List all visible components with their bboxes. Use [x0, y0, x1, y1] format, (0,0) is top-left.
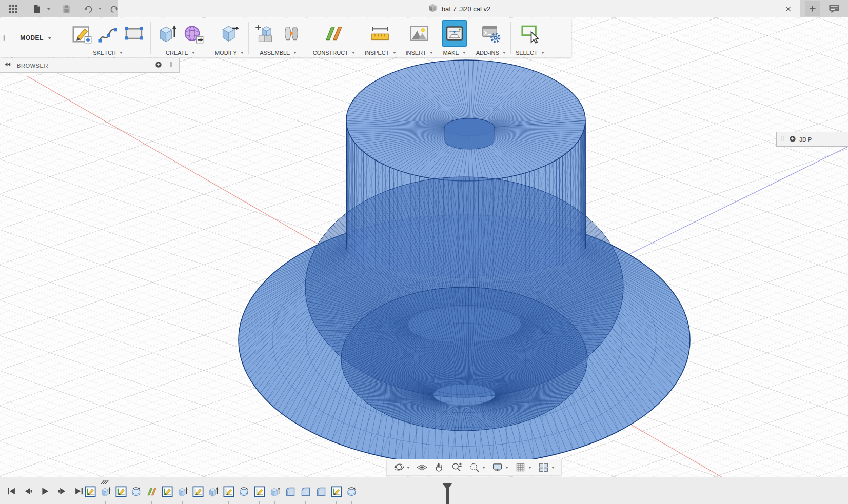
- timeline-feature-sketch[interactable]: [223, 486, 234, 497]
- timeline-feature-revolve[interactable]: [131, 486, 142, 497]
- timeline-tick: [105, 501, 106, 504]
- joint-button[interactable]: [280, 21, 303, 46]
- browser-resize-handle[interactable]: [167, 61, 175, 70]
- browser-panel-header[interactable]: BROWSER: [0, 58, 180, 73]
- timeline-tick: [213, 501, 213, 504]
- undo-caret[interactable]: [98, 8, 102, 10]
- document-cube-icon: [428, 3, 438, 14]
- viewport-canvas[interactable]: MODEL SKETCHCREATEMODIFYASSEMBLECONSTRUC…: [0, 17, 848, 477]
- timeline-feature-fillet[interactable]: [300, 486, 311, 497]
- undo-button[interactable]: [80, 1, 97, 16]
- print-3d-icon: [444, 23, 465, 44]
- timeline-feature-sketch[interactable]: [85, 486, 96, 497]
- timeline-feature-extrude[interactable]: [269, 486, 281, 497]
- timeline-playhead[interactable]: [442, 483, 452, 504]
- document-tab[interactable]: baf 7 .320 cal v2: [118, 0, 800, 17]
- save-button[interactable]: [58, 1, 75, 16]
- grid-display-caret[interactable]: [528, 467, 531, 469]
- step-back-button[interactable]: [22, 485, 34, 497]
- toolbar-group-sketch: SKETCH: [65, 18, 150, 57]
- pan-button[interactable]: [431, 460, 447, 474]
- scripts-and-addins-button[interactable]: [479, 21, 503, 46]
- timeline-feature-revolve[interactable]: [239, 486, 250, 497]
- 3d-print-popup[interactable]: 3D P: [776, 132, 848, 147]
- zoom-window-caret[interactable]: [482, 467, 485, 469]
- timeline-feature-extrude[interactable]: [177, 486, 188, 497]
- toolbar-group-label[interactable]: INSERT: [406, 48, 433, 57]
- toolbar-group-label[interactable]: CREATE: [166, 48, 195, 57]
- print-3d-button[interactable]: [443, 21, 466, 46]
- extrude-button[interactable]: [155, 21, 179, 46]
- grid-display-button[interactable]: [512, 460, 534, 474]
- zoom-button[interactable]: [449, 460, 465, 474]
- toolbar-group-label[interactable]: MAKE: [443, 48, 466, 57]
- orbit-button[interactable]: [391, 460, 412, 474]
- timeline-feature-extrude[interactable]: [208, 486, 219, 497]
- toolbar-group-label[interactable]: SELECT: [516, 48, 544, 57]
- toolbar-group-label[interactable]: SKETCH: [93, 48, 123, 57]
- toolbar-group-label[interactable]: ASSEMBLE: [260, 48, 297, 57]
- new-component-button[interactable]: [253, 21, 277, 46]
- go-to-start-button[interactable]: [5, 485, 17, 497]
- browser-add-icon[interactable]: [155, 61, 162, 70]
- zoom-window-button[interactable]: [466, 460, 488, 474]
- insert-image-button[interactable]: [407, 21, 431, 46]
- collapse-browser-icon[interactable]: [4, 61, 12, 70]
- comments-icon[interactable]: [825, 1, 843, 16]
- spline-button[interactable]: [96, 21, 120, 46]
- look-at-button[interactable]: [414, 460, 430, 474]
- group-label-text: ADD-INS: [476, 50, 499, 56]
- app-grid-button[interactable]: [4, 1, 22, 16]
- toolbar-group-label[interactable]: MODIFY: [215, 48, 244, 57]
- new-document-tab-button[interactable]: [805, 1, 820, 16]
- viewports-button[interactable]: [536, 460, 557, 474]
- workspace-switcher[interactable]: MODEL: [7, 18, 65, 57]
- press-pull-button[interactable]: [218, 21, 241, 46]
- popup-drag-handle[interactable]: [779, 135, 786, 143]
- orbit-caret[interactable]: [407, 467, 410, 469]
- timeline-feature-construction-plane[interactable]: [146, 486, 157, 497]
- rectangle-button[interactable]: [122, 21, 146, 46]
- timeline-feature-fillet[interactable]: [285, 486, 296, 497]
- display-settings-caret[interactable]: [505, 467, 508, 469]
- display-settings-button[interactable]: [489, 460, 511, 474]
- file-new-button[interactable]: [28, 1, 45, 16]
- group-caret: [463, 52, 466, 54]
- go-to-end-icon: [74, 486, 84, 496]
- zoom-window-icon: [469, 462, 480, 473]
- toolbar-drag-handle[interactable]: [0, 18, 7, 57]
- play-button[interactable]: [39, 485, 51, 497]
- timeline-feature-sketch[interactable]: [254, 486, 265, 497]
- playhead-bar: [446, 488, 449, 504]
- group-caret: [293, 52, 297, 54]
- tab-close-button[interactable]: [782, 3, 794, 15]
- timeline-tick: [151, 501, 152, 504]
- timeline-feature-sketch[interactable]: [331, 486, 342, 497]
- timeline-feature-extrude[interactable]: [100, 486, 111, 497]
- extrude-icon: [208, 486, 219, 497]
- toolbar-group-label[interactable]: ADD-INS: [476, 48, 506, 57]
- timeline-feature-fillet[interactable]: [315, 486, 327, 497]
- timeline-feature-sketch[interactable]: [192, 486, 204, 497]
- create-sketch-button[interactable]: [70, 21, 93, 46]
- timeline-tick: [321, 501, 321, 504]
- file-menu-caret[interactable]: [47, 8, 51, 10]
- measure-button[interactable]: [368, 21, 392, 46]
- timeline-feature-revolve[interactable]: [346, 486, 358, 497]
- toolbar-group-label[interactable]: INSPECT: [365, 48, 396, 57]
- timeline-tick: [259, 501, 260, 504]
- form-button[interactable]: [182, 21, 205, 46]
- go-to-end-button[interactable]: [73, 485, 85, 497]
- extrude-icon: [100, 486, 111, 497]
- sketch-icon: [162, 486, 173, 497]
- toolbar-group-label[interactable]: CONSTRUCT: [313, 48, 355, 57]
- select-window-button[interactable]: [518, 21, 542, 46]
- step-forward-button[interactable]: [56, 485, 68, 497]
- construction-plane-button[interactable]: [322, 21, 346, 46]
- model-viewport[interactable]: [0, 17, 848, 477]
- timeline-feature-sketch[interactable]: [162, 486, 173, 497]
- viewports-caret[interactable]: [551, 467, 555, 469]
- toolbar-groups: SKETCHCREATEMODIFYASSEMBLECONSTRUCTINSPE…: [65, 18, 549, 57]
- timeline-feature-sketch[interactable]: [115, 486, 127, 497]
- popup-add-icon: [789, 135, 796, 144]
